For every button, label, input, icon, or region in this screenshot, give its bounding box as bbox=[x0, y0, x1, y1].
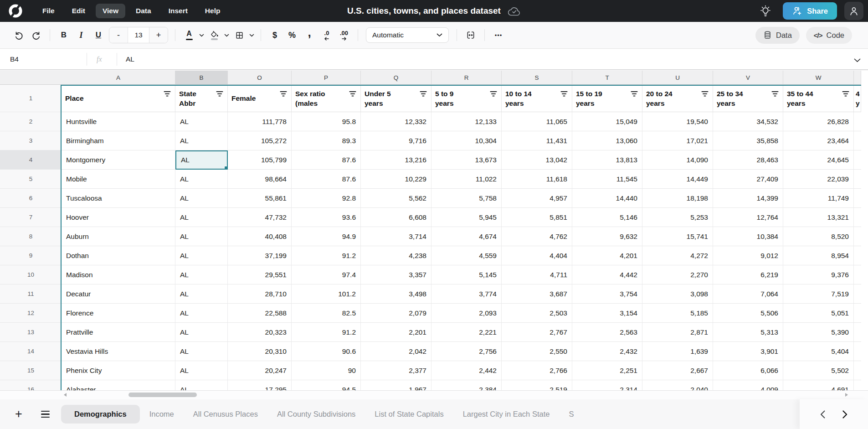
column-header-under-5[interactable]: Under 5years bbox=[361, 86, 431, 112]
fill-color-chevron-icon[interactable] bbox=[224, 34, 229, 37]
selected-cell[interactable]: AL bbox=[175, 150, 228, 170]
row-number-12[interactable]: 12 bbox=[0, 304, 62, 323]
filter-icon[interactable] bbox=[420, 90, 427, 99]
cell-reference-box[interactable]: B4 bbox=[10, 49, 19, 69]
row-number-6[interactable]: 6 bbox=[0, 189, 62, 208]
tabs-scroll-left-icon[interactable] bbox=[820, 410, 826, 419]
cell[interactable]: 87.6 bbox=[292, 150, 361, 170]
merge-cells-button[interactable] bbox=[462, 27, 479, 43]
cell[interactable]: Auburn bbox=[62, 227, 175, 246]
cell[interactable]: 19,540 bbox=[642, 112, 713, 131]
cell[interactable]: 11,545 bbox=[572, 170, 642, 189]
cell[interactable]: 11,065 bbox=[502, 112, 572, 131]
cell[interactable]: 5,313 bbox=[713, 323, 783, 342]
cell[interactable]: 8,954 bbox=[783, 246, 854, 265]
row-number-14[interactable]: 14 bbox=[0, 342, 62, 361]
cell[interactable]: 14,090 bbox=[642, 150, 713, 170]
cell[interactable]: 91.2 bbox=[292, 323, 361, 342]
cell[interactable]: 5,146 bbox=[572, 208, 642, 227]
cell[interactable]: AL bbox=[175, 131, 228, 150]
cell[interactable]: 101.2 bbox=[292, 284, 361, 304]
font-size-decrease-button[interactable]: - bbox=[109, 27, 128, 43]
cell[interactable]: 5,404 bbox=[783, 342, 854, 361]
cell[interactable]: 5,506 bbox=[713, 304, 783, 323]
cell[interactable]: 2,442 bbox=[431, 361, 502, 380]
cell[interactable]: 55,861 bbox=[228, 189, 292, 208]
cell[interactable]: 2,251 bbox=[572, 361, 642, 380]
data-panel-button[interactable]: Data bbox=[755, 27, 800, 44]
comma-format-button[interactable]: , bbox=[301, 27, 318, 43]
cell[interactable]: 13,216 bbox=[361, 150, 431, 170]
cell[interactable]: 18,198 bbox=[642, 189, 713, 208]
cell[interactable]: 5,758 bbox=[431, 189, 502, 208]
cell[interactable]: AL bbox=[175, 304, 228, 323]
row-number-11[interactable]: 11 bbox=[0, 284, 62, 304]
cell[interactable]: 4,957 bbox=[502, 189, 572, 208]
cell[interactable]: 2,377 bbox=[361, 361, 431, 380]
column-letter-clipped[interactable] bbox=[854, 71, 861, 85]
cell[interactable]: Madison bbox=[62, 265, 175, 284]
cell[interactable]: AL bbox=[175, 189, 228, 208]
column-letter-O[interactable]: O bbox=[228, 71, 292, 85]
cell[interactable]: 11,618 bbox=[502, 170, 572, 189]
cell[interactable]: 4,272 bbox=[642, 246, 713, 265]
cell[interactable]: 14,399 bbox=[713, 189, 783, 208]
cell[interactable]: 4,238 bbox=[361, 246, 431, 265]
cell[interactable]: Dothan bbox=[62, 246, 175, 265]
cell[interactable]: 2,563 bbox=[572, 323, 642, 342]
row-number-9[interactable]: 9 bbox=[0, 246, 62, 265]
column-letter-W[interactable]: W bbox=[783, 71, 854, 85]
text-color-button[interactable]: A bbox=[180, 27, 198, 43]
cell[interactable]: 7,519 bbox=[783, 284, 854, 304]
cell[interactable]: 4,711 bbox=[502, 265, 572, 284]
cell[interactable]: 37,199 bbox=[228, 246, 292, 265]
column-letter-B[interactable]: B bbox=[175, 71, 228, 85]
column-header-place[interactable]: Place bbox=[62, 86, 175, 112]
filter-icon[interactable] bbox=[631, 90, 638, 99]
cell[interactable]: 17,295 bbox=[228, 380, 292, 390]
cell[interactable]: 13,673 bbox=[431, 150, 502, 170]
sheet-tab-income[interactable]: Income bbox=[140, 405, 184, 424]
column-letter-S[interactable]: S bbox=[502, 71, 572, 85]
cell[interactable]: 47,732 bbox=[228, 208, 292, 227]
filter-icon[interactable] bbox=[701, 90, 709, 99]
menu-item-view[interactable]: View bbox=[96, 4, 125, 18]
cell[interactable]: 93.6 bbox=[292, 208, 361, 227]
filter-icon[interactable] bbox=[771, 90, 779, 99]
cell[interactable]: 3,901 bbox=[713, 342, 783, 361]
cell[interactable]: Vestavia Hills bbox=[62, 342, 175, 361]
app-logo-icon[interactable] bbox=[8, 4, 23, 18]
cell[interactable]: 105,799 bbox=[228, 150, 292, 170]
increase-decimal-button[interactable]: .00 bbox=[335, 27, 353, 43]
cell[interactable]: Mobile bbox=[62, 170, 175, 189]
cell[interactable]: 13,321 bbox=[783, 208, 854, 227]
cell[interactable]: Florence bbox=[62, 304, 175, 323]
cell[interactable]: 2,270 bbox=[642, 265, 713, 284]
cell[interactable]: 3,154 bbox=[572, 304, 642, 323]
cell[interactable]: 2,432 bbox=[572, 342, 642, 361]
cell[interactable]: 2,314 bbox=[572, 380, 642, 390]
cell[interactable]: 3,498 bbox=[361, 284, 431, 304]
row-number-10[interactable]: 10 bbox=[0, 265, 62, 284]
font-size-value[interactable]: 13 bbox=[128, 27, 149, 43]
column-header-5-to-9[interactable]: 5 to 9years bbox=[431, 86, 502, 112]
cell[interactable]: 12,764 bbox=[713, 208, 783, 227]
cell[interactable]: 82.5 bbox=[292, 304, 361, 323]
menu-item-help[interactable]: Help bbox=[198, 4, 227, 18]
cell[interactable]: AL bbox=[175, 112, 228, 131]
sheet-tab-demographics[interactable]: Demographics bbox=[61, 405, 140, 424]
horizontal-scrollbar-thumb[interactable] bbox=[128, 393, 197, 397]
cell[interactable]: 7,064 bbox=[713, 284, 783, 304]
cell[interactable]: 3,774 bbox=[431, 284, 502, 304]
filter-icon[interactable] bbox=[164, 90, 171, 99]
cell[interactable]: 3,687 bbox=[502, 284, 572, 304]
cell[interactable]: 24,645 bbox=[783, 150, 854, 170]
menu-item-file[interactable]: File bbox=[36, 4, 62, 18]
avatar-button[interactable] bbox=[844, 2, 863, 20]
filter-icon[interactable] bbox=[490, 90, 497, 99]
share-button[interactable]: Share bbox=[783, 2, 837, 20]
cell[interactable]: 4,762 bbox=[502, 227, 572, 246]
row-number-5[interactable]: 5 bbox=[0, 170, 62, 189]
cell[interactable]: Hoover bbox=[62, 208, 175, 227]
cell[interactable]: 28,463 bbox=[713, 150, 783, 170]
